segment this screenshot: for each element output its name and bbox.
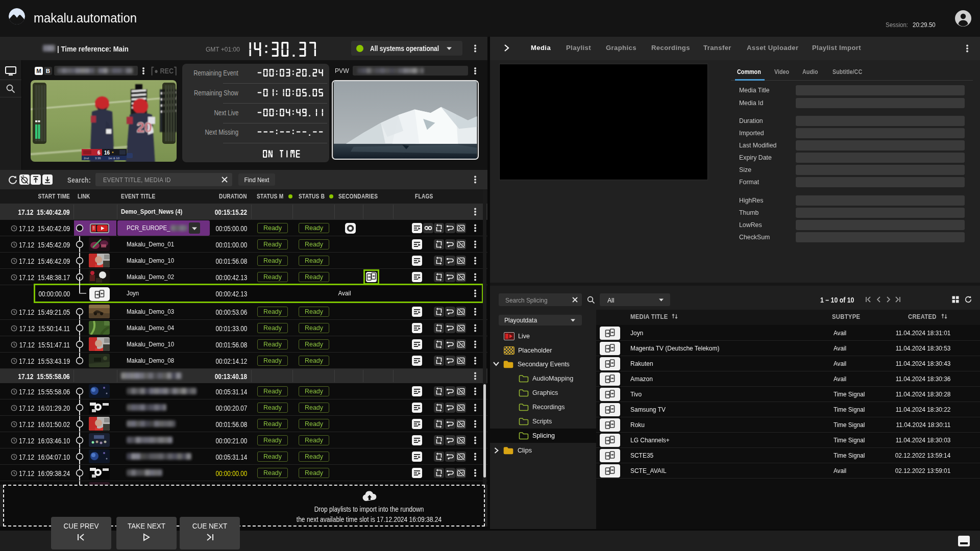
svg-text:20: 20	[137, 120, 152, 135]
svg-text:6: 6	[97, 150, 101, 156]
svg-text:1st & 10: 1st & 10	[108, 157, 120, 160]
svg-text:2nd: 2nd	[84, 157, 89, 160]
svg-text:16: 16	[104, 150, 110, 156]
svg-text:3:36: 3:36	[95, 157, 101, 160]
